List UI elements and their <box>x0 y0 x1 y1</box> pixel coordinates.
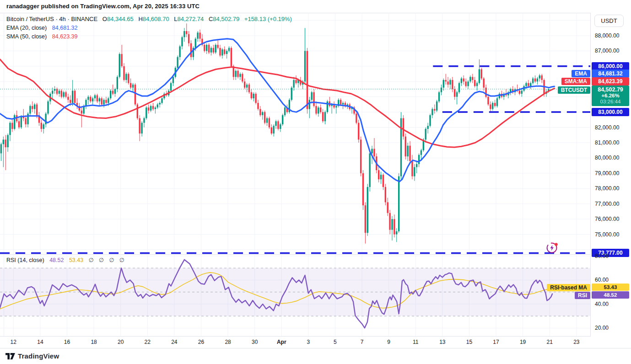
time-axis-label: 15 <box>466 339 472 345</box>
level-badge-83000: 83,000.00 <box>592 108 629 116</box>
price-axis-label: 81,000.00 <box>595 139 619 146</box>
chart-legend: Bitcoin / TetherUS · 4h · BINANCE O84,34… <box>6 15 292 41</box>
time-axis-label: 18 <box>91 339 97 345</box>
low-value: 84,272.74 <box>177 16 204 22</box>
time-axis-label: Apr <box>277 339 286 345</box>
last-price-value: 84,502.79 <box>592 86 629 93</box>
rsi-axis-label: 40.00 <box>595 301 609 307</box>
time-axis-label: 26 <box>198 339 204 345</box>
symbol-title[interactable]: Bitcoin / TetherUS · 4h · BINANCE <box>6 16 97 22</box>
time-axis-label: 21 <box>547 339 553 345</box>
price-axis-label: 87,000.00 <box>595 48 619 54</box>
candle-countdown: 03:26:44 <box>592 99 629 105</box>
time-axis-label: 24 <box>171 339 177 345</box>
rsi-current-value: 48.52 <box>49 257 64 263</box>
time-axis-label: 22 <box>145 339 151 345</box>
time-axis-label: 14 <box>37 339 43 345</box>
sma-label[interactable]: SMA (50, close) <box>6 33 47 40</box>
time-axis-label: 5 <box>334 339 337 345</box>
ema-legend-row[interactable]: EMA (20, close) 84,681.32 <box>6 24 292 32</box>
close-value: 84,502.79 <box>213 16 239 22</box>
rsi-ma-tag: RSI-based MA <box>547 284 590 291</box>
rsi-axis-label: 20.00 <box>595 325 609 331</box>
currency-toggle-button[interactable]: USDT <box>594 15 624 27</box>
rsi-legend-row[interactable]: RSI (14, close) 48.52 53.43 ∅ ∅ ∅ ∅ <box>6 257 126 263</box>
high-value: 84,608.70 <box>143 16 169 22</box>
sma-tag: SMA:MA <box>561 78 590 85</box>
time-axis-label: 9 <box>387 339 390 345</box>
rsi-empty-params: ∅ ∅ ∅ ∅ <box>89 257 126 263</box>
time-axis-label: 11 <box>413 339 418 345</box>
price-axis-label: 88,000.00 <box>595 32 619 39</box>
symbol-tag: BTCUSDT <box>558 86 590 94</box>
time-axis-label: 16 <box>64 339 70 345</box>
price-axis-label: 75,000.00 <box>595 231 619 238</box>
ema-label[interactable]: EMA (20, close) <box>6 25 47 31</box>
tradingview-logo-icon <box>5 353 15 359</box>
time-axis-label: 17 <box>493 339 499 345</box>
open-label: O <box>102 16 107 22</box>
time-axis-label: 3 <box>307 339 310 345</box>
price-axis-label: 82,000.00 <box>595 124 619 131</box>
sma-value: 84,623.39 <box>52 33 78 40</box>
rsi-value-badge: 48.52 <box>592 291 629 299</box>
flash-icon[interactable] <box>546 241 559 254</box>
open-value: 84,344.65 <box>107 16 134 22</box>
tradingview-logo[interactable]: TradingView <box>5 352 59 360</box>
change-value: +158.13 (+0.19%) <box>244 16 292 22</box>
tradingview-screenshot: ranadagger published on TradingView.com,… <box>0 0 631 364</box>
high-label: H <box>138 16 142 22</box>
time-axis-label: 13 <box>439 339 445 345</box>
rsi-axis-label: 60.00 <box>595 277 609 283</box>
price-axis-label: 76,000.00 <box>595 216 619 222</box>
rsi-ma-value-badge: 53.43 <box>592 284 629 291</box>
sma-value-badge: 84,623.39 <box>592 77 629 86</box>
rsi-axis-label: 80.00 <box>595 253 609 259</box>
rsi-label[interactable]: RSI (14, close) <box>6 257 44 263</box>
rsi-tag: RSI <box>575 292 590 299</box>
ema-value-badge: 84,681.32 <box>592 70 629 78</box>
time-axis-label: 23 <box>573 339 579 345</box>
tradingview-logo-text: TradingView <box>18 352 59 360</box>
last-price-badge: 84,502.79 +6.26% 03:26:44 <box>592 86 629 106</box>
footer-bar <box>0 348 631 364</box>
time-axis-label: 28 <box>225 339 231 345</box>
last-price-change: +6.26% <box>592 93 629 99</box>
price-axis-label: 78,000.00 <box>595 185 619 192</box>
time-axis-label: 12 <box>11 339 16 345</box>
price-chart-canvas[interactable] <box>0 0 590 348</box>
price-axis-label: 77,000.00 <box>595 201 619 207</box>
time-axis-label: 7 <box>361 339 364 345</box>
sma-legend-row[interactable]: SMA (50, close) 84,623.39 <box>6 32 292 41</box>
time-axis-label: 19 <box>520 339 526 345</box>
ema-tag: EMA <box>572 70 590 77</box>
rsi-ma-current-value: 53.43 <box>69 257 83 263</box>
price-axis-label: 79,000.00 <box>595 170 619 177</box>
time-axis-label: 30 <box>252 339 258 345</box>
symbol-legend-row[interactable]: Bitcoin / TetherUS · 4h · BINANCE O84,34… <box>6 15 292 23</box>
time-axis-label: 20 <box>118 339 124 345</box>
close-label: C <box>209 16 213 22</box>
ema-value: 84,681.32 <box>52 25 78 31</box>
price-axis-label: 80,000.00 <box>595 155 619 161</box>
